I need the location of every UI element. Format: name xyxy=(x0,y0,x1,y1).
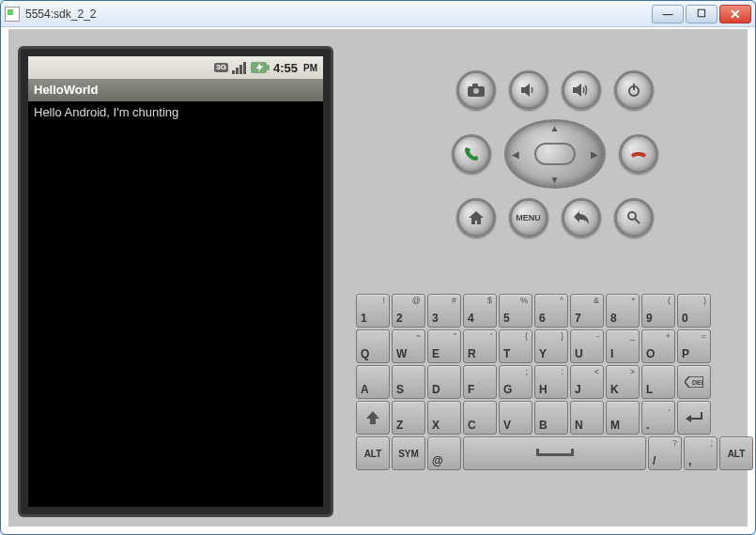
key-2[interactable]: @2 xyxy=(392,294,425,328)
key-g[interactable]: ;G xyxy=(499,365,532,399)
client-area: 3G 4:55PM HelloWorld Hello Android, I'm … xyxy=(8,29,748,527)
camera-icon xyxy=(468,84,485,97)
camera-button[interactable] xyxy=(456,70,496,110)
key-enter[interactable] xyxy=(677,401,711,435)
key-v[interactable]: V xyxy=(499,401,532,435)
key-shift[interactable] xyxy=(356,401,390,435)
key-alt-right[interactable]: ALT xyxy=(719,436,753,470)
dpad-down[interactable]: ▼ xyxy=(550,175,560,185)
key-space[interactable] xyxy=(463,436,646,470)
key-alt-left[interactable]: ALT xyxy=(356,436,390,470)
key-8[interactable]: *8 xyxy=(606,294,640,328)
clock-ampm: PM xyxy=(303,63,317,73)
back-button[interactable] xyxy=(562,198,601,237)
key-a[interactable]: A xyxy=(356,365,390,399)
titlebar[interactable]: 5554:sdk_2_2 — ☐ ✕ xyxy=(1,1,755,27)
signal-icon xyxy=(232,61,247,74)
svg-rect-3 xyxy=(243,62,246,74)
key-at[interactable]: @ xyxy=(427,436,461,470)
space-icon xyxy=(536,449,574,458)
key-i[interactable]: _I xyxy=(606,329,640,363)
volume-up-button[interactable] xyxy=(562,70,601,110)
hardware-buttons: ▲ ▼ ◀ ▶ MENU xyxy=(414,70,696,237)
key-0[interactable]: )0 xyxy=(677,294,711,328)
key-delete[interactable]: DEL xyxy=(677,365,711,399)
key-w[interactable]: ~W xyxy=(392,329,425,363)
key-9[interactable]: (9 xyxy=(641,294,675,328)
key-c[interactable]: C xyxy=(463,401,497,435)
window-buttons: — ☐ ✕ xyxy=(652,5,751,23)
key-3[interactable]: #3 xyxy=(427,294,461,328)
svg-point-11 xyxy=(628,212,636,220)
dpad: ▲ ▼ ◀ ▶ xyxy=(504,119,606,189)
key-n[interactable]: N xyxy=(570,401,604,435)
power-button[interactable] xyxy=(614,70,654,110)
key-.[interactable]: ,. xyxy=(641,401,675,435)
device-screen[interactable]: 3G 4:55PM HelloWorld Hello Android, I'm … xyxy=(28,56,323,507)
network-3g-icon: 3G xyxy=(214,63,228,72)
key-b[interactable]: B xyxy=(534,401,568,435)
key-x[interactable]: X xyxy=(427,401,461,435)
kb-row-4: ZXCVBNM,. xyxy=(356,401,753,435)
key-m[interactable]: M xyxy=(606,401,640,435)
key-o[interactable]: +O xyxy=(641,329,675,363)
svg-rect-0 xyxy=(232,70,235,74)
menu-button[interactable]: MENU xyxy=(509,198,548,237)
volume-down-icon xyxy=(521,84,536,97)
svg-rect-7 xyxy=(472,84,478,87)
app-title-bar: HelloWorld xyxy=(28,79,323,101)
dpad-up[interactable]: ▲ xyxy=(550,123,560,133)
key-t[interactable]: {T xyxy=(499,329,532,363)
key-p[interactable]: =P xyxy=(677,329,711,363)
app-body-text: Hello Android, I'm chunting xyxy=(28,101,323,123)
key-k[interactable]: >K xyxy=(606,365,640,399)
svg-rect-2 xyxy=(239,65,242,74)
key-r[interactable]: 'R xyxy=(463,329,497,363)
key-sym[interactable]: SYM xyxy=(392,436,425,470)
key-4[interactable]: $4 xyxy=(463,294,497,328)
key-l[interactable]: L xyxy=(641,365,675,399)
call-button[interactable] xyxy=(452,134,491,174)
key-slash[interactable]: ?/ xyxy=(648,436,682,470)
kb-row-2: Q~W"E'R{T}Y-U_I+O=P xyxy=(356,329,753,363)
window-title: 5554:sdk_2_2 xyxy=(25,8,652,21)
key-j[interactable]: <J xyxy=(570,365,604,399)
key-6[interactable]: ^6 xyxy=(534,294,568,328)
search-icon xyxy=(627,211,640,224)
phone-frame: 3G 4:55PM HelloWorld Hello Android, I'm … xyxy=(18,46,333,517)
shift-icon xyxy=(366,411,379,424)
kb-row-1: !1@2#3$4%5^6&7*8(9)0 xyxy=(356,294,753,328)
key-comma[interactable]: ;, xyxy=(684,436,717,470)
enter-icon xyxy=(686,412,702,423)
key-5[interactable]: %5 xyxy=(499,294,532,328)
key-y[interactable]: }Y xyxy=(534,329,568,363)
key-1[interactable]: !1 xyxy=(356,294,390,328)
key-7[interactable]: &7 xyxy=(570,294,604,328)
maximize-button[interactable]: ☐ xyxy=(686,5,717,23)
key-s[interactable]: S xyxy=(392,365,425,399)
volume-down-button[interactable] xyxy=(509,70,548,110)
phone-icon xyxy=(464,146,479,161)
key-q[interactable]: Q xyxy=(356,329,390,363)
key-e[interactable]: "E xyxy=(427,329,461,363)
volume-up-icon xyxy=(573,84,590,97)
battery-icon xyxy=(251,61,270,74)
close-button[interactable]: ✕ xyxy=(719,5,751,23)
end-call-button[interactable] xyxy=(619,134,658,174)
dpad-left[interactable]: ◀ xyxy=(512,149,519,160)
key-u[interactable]: -U xyxy=(570,329,604,363)
key-h[interactable]: :H xyxy=(534,365,568,399)
key-d[interactable]: D xyxy=(427,365,461,399)
key-z[interactable]: Z xyxy=(392,401,425,435)
app-icon xyxy=(5,7,20,22)
dpad-center[interactable] xyxy=(534,143,576,165)
key-f[interactable]: F xyxy=(463,365,497,399)
home-button[interactable] xyxy=(456,198,496,237)
window-frame: 5554:sdk_2_2 — ☐ ✕ 3G xyxy=(0,0,756,535)
svg-point-8 xyxy=(473,88,479,94)
dpad-right[interactable]: ▶ xyxy=(591,149,598,160)
minimize-button[interactable]: — xyxy=(652,5,684,23)
search-button[interactable] xyxy=(614,198,654,237)
back-icon xyxy=(574,211,589,224)
svg-rect-1 xyxy=(236,68,239,74)
